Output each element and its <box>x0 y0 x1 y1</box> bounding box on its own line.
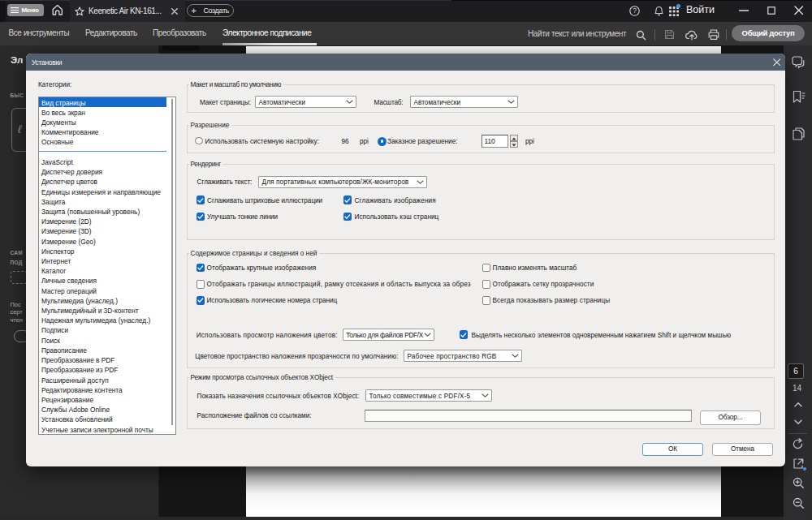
svg-text:?: ? <box>633 6 637 15</box>
